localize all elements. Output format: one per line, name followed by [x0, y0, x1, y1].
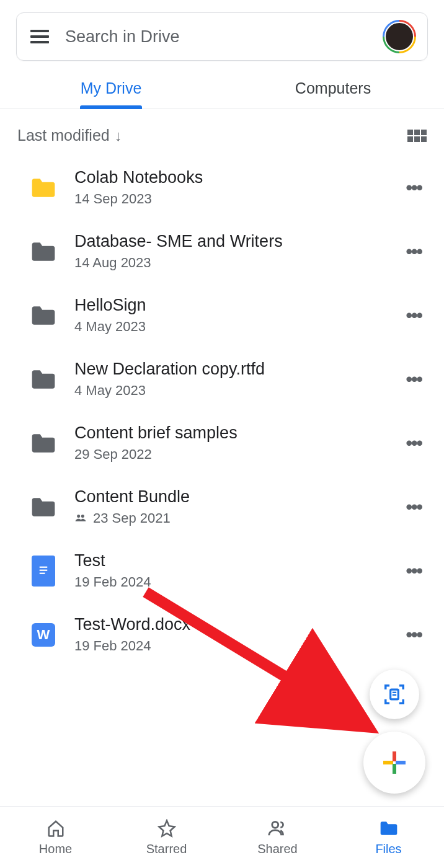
menu-icon[interactable]	[28, 27, 51, 46]
svg-point-9	[272, 822, 278, 828]
file-meta: 4 May 2023	[74, 383, 383, 399]
file-text: New Declaration copy.rtfd4 May 2023	[74, 360, 383, 399]
file-row[interactable]: New Declaration copy.rtfd4 May 2023•••	[0, 347, 444, 411]
tab-my-drive[interactable]: My Drive	[0, 74, 222, 108]
more-options-button[interactable]: •••	[401, 556, 427, 587]
fab-container	[363, 670, 425, 794]
people-icon	[267, 818, 288, 838]
file-meta: 19 Feb 2024	[74, 574, 383, 590]
file-row[interactable]: WTest-Word.docx19 Feb 2024•••	[0, 603, 444, 666]
file-date: 29 Sep 2022	[74, 446, 152, 463]
sort-button[interactable]: Last modified ↓	[17, 126, 122, 144]
add-new-button[interactable]	[363, 732, 425, 794]
tabs: My Drive Computers	[0, 74, 444, 109]
file-text: Test19 Feb 2024	[74, 551, 383, 590]
file-name: Content brief samples	[74, 423, 383, 443]
file-date: 23 Sep 2021	[93, 510, 171, 526]
file-name: New Declaration copy.rtfd	[74, 360, 383, 379]
file-name: Test-Word.docx	[74, 615, 383, 634]
scan-button[interactable]	[370, 670, 419, 719]
sort-row: Last modified ↓	[0, 109, 444, 156]
file-meta: 14 Sep 2023	[74, 191, 383, 207]
more-options-button[interactable]: •••	[401, 428, 427, 459]
nav-label: Shared	[257, 842, 298, 856]
file-name: Content Bundle	[74, 487, 383, 507]
folder-icon	[379, 818, 399, 838]
more-options-button[interactable]: •••	[401, 364, 427, 395]
file-row[interactable]: Colab Notebooks14 Sep 2023•••	[0, 156, 444, 219]
file-text: Content Bundle23 Sep 2021	[74, 487, 383, 526]
shared-icon	[74, 510, 87, 526]
file-row[interactable]: Content brief samples29 Sep 2022•••	[0, 411, 444, 475]
file-row[interactable]: HelloSign4 May 2023•••	[0, 283, 444, 347]
more-options-button[interactable]: •••	[401, 619, 427, 650]
more-options-button[interactable]: •••	[401, 172, 427, 203]
file-meta: 4 May 2023	[74, 319, 383, 335]
file-name: Test	[74, 551, 383, 570]
svg-point-0	[77, 515, 80, 518]
plus-icon	[383, 751, 406, 774]
svg-rect-2	[37, 563, 50, 578]
file-row[interactable]: Database- SME and Writers14 Aug 2023•••	[0, 219, 444, 283]
search-input[interactable]	[65, 27, 369, 46]
file-text: Colab Notebooks14 Sep 2023	[74, 168, 383, 207]
folder-icon	[30, 303, 57, 328]
file-name: HelloSign	[74, 296, 383, 315]
file-name: Database- SME and Writers	[74, 232, 383, 251]
file-name: Colab Notebooks	[74, 168, 383, 187]
nav-shared[interactable]: Shared	[222, 807, 333, 868]
google-doc-icon	[30, 559, 57, 583]
search-bar	[16, 12, 428, 61]
scan-icon	[383, 683, 406, 706]
file-row[interactable]: Test19 Feb 2024•••	[0, 539, 444, 603]
file-list: Colab Notebooks14 Sep 2023•••Database- S…	[0, 156, 444, 666]
file-date: 4 May 2023	[74, 319, 146, 335]
file-date: 19 Feb 2024	[74, 574, 151, 590]
nav-files[interactable]: Files	[333, 807, 444, 868]
file-meta: 23 Sep 2021	[74, 510, 383, 526]
home-icon	[47, 818, 65, 838]
file-meta: 29 Sep 2022	[74, 446, 383, 463]
sort-label: Last modified	[17, 126, 110, 144]
folder-icon	[30, 431, 57, 456]
svg-point-1	[81, 515, 84, 518]
file-text: Test-Word.docx19 Feb 2024	[74, 615, 383, 654]
file-meta: 19 Feb 2024	[74, 638, 383, 654]
folder-icon	[30, 495, 57, 520]
view-grid-toggle[interactable]	[407, 130, 427, 142]
more-options-button[interactable]: •••	[401, 300, 427, 331]
bottom-nav: Home Starred Shared Files	[0, 806, 444, 868]
nav-label: Starred	[146, 842, 187, 856]
folder-icon	[30, 367, 57, 392]
nav-starred[interactable]: Starred	[111, 807, 222, 868]
more-options-button[interactable]: •••	[401, 492, 427, 523]
file-row[interactable]: Content Bundle23 Sep 2021•••	[0, 475, 444, 539]
folder-icon	[30, 175, 57, 200]
file-date: 14 Aug 2023	[74, 255, 151, 271]
file-date: 4 May 2023	[74, 383, 146, 399]
nav-home[interactable]: Home	[0, 807, 111, 868]
file-date: 14 Sep 2023	[74, 191, 152, 207]
arrow-down-icon: ↓	[115, 127, 122, 144]
file-text: HelloSign4 May 2023	[74, 296, 383, 335]
file-meta: 14 Aug 2023	[74, 255, 383, 271]
word-doc-icon: W	[30, 622, 57, 647]
star-icon	[158, 818, 176, 838]
file-text: Database- SME and Writers14 Aug 2023	[74, 232, 383, 271]
nav-label: Home	[39, 842, 72, 856]
more-options-button[interactable]: •••	[401, 236, 427, 267]
folder-icon	[30, 239, 57, 264]
account-avatar[interactable]	[383, 20, 416, 53]
tab-computers[interactable]: Computers	[222, 74, 444, 108]
file-text: Content brief samples29 Sep 2022	[74, 423, 383, 463]
file-date: 19 Feb 2024	[74, 638, 151, 654]
nav-label: Files	[375, 842, 401, 856]
